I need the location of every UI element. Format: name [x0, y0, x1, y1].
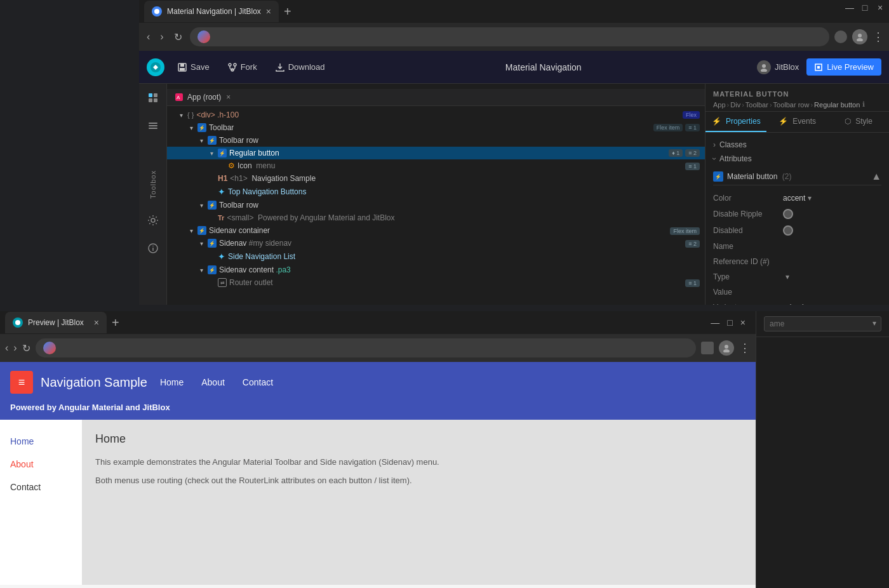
- bottom-close-btn[interactable]: ×: [740, 317, 745, 328]
- preview-nav-contact[interactable]: Contact: [237, 375, 278, 390]
- bottom-forward-btn[interactable]: ›: [13, 342, 17, 354]
- sidebar-icon-info[interactable]: [144, 239, 162, 257]
- tree-item-powered-text: <small> Powered by Angular Material and …: [227, 213, 394, 222]
- chevron-sidenav-content: ▾: [197, 266, 205, 274]
- attr-select-type[interactable]: ▾: [783, 272, 789, 281]
- sidenav-item-contact[interactable]: Contact: [0, 476, 82, 498]
- tree-item-sidenav-container[interactable]: ▾ ⚡ Sidenav container Flex item: [167, 224, 705, 237]
- events-icon: ⚡: [779, 117, 788, 126]
- tree-panel: A App (root) × ▾ { } <div> .h-100 Flex ▾…: [167, 84, 705, 305]
- attr-label-ref-id: Reference ID (#): [713, 257, 783, 266]
- panel-tabs: ⚡ Properties ⚡ Events ⬡ Style: [705, 112, 889, 133]
- browser-menu-btn[interactable]: ⋮: [872, 30, 884, 44]
- bottom-back-btn[interactable]: ‹: [5, 342, 8, 354]
- sidenav-item-home[interactable]: Home: [0, 430, 82, 453]
- bottom-menu-dots[interactable]: ⋮: [739, 341, 751, 355]
- preview-nav-home[interactable]: Home: [155, 375, 189, 390]
- download-button[interactable]: Download: [270, 60, 330, 75]
- bottom-user-avatar[interactable]: [719, 340, 734, 356]
- tree-item-sidenav-content[interactable]: ▾ ⚡ Sidenav content .pa3: [167, 264, 705, 276]
- tree-item-label-regbtn: Regular button: [229, 149, 279, 157]
- tree-item-div[interactable]: ▾ { } <div> .h-100 Flex: [167, 109, 705, 121]
- tree-item-powered-by[interactable]: ▾ Tr <small> Powered by Angular Material…: [167, 211, 705, 224]
- bottom-ext-icon[interactable]: [701, 342, 714, 354]
- bottom-reload-btn[interactable]: ↻: [22, 342, 30, 354]
- hamburger-button[interactable]: ≡: [10, 371, 33, 394]
- svg-point-22: [152, 246, 154, 247]
- user-label: JitBlox: [775, 62, 799, 72]
- user-avatar[interactable]: [852, 29, 867, 44]
- attr-select-variant[interactable]: raised ▾: [783, 303, 810, 305]
- forward-btn[interactable]: ›: [157, 29, 166, 45]
- tree-item-top-nav[interactable]: ▾ ✦ Top Navigation Buttons: [167, 185, 705, 199]
- svg-point-0: [154, 9, 159, 14]
- extension-icon-1[interactable]: [834, 30, 847, 43]
- tab-events[interactable]: ⚡ Events: [766, 112, 827, 132]
- bottom-maximize-btn[interactable]: □: [727, 317, 732, 328]
- jitblox-user[interactable]: JitBlox: [757, 60, 799, 74]
- material-button-title: Material button (2): [727, 172, 867, 181]
- attr-select-color[interactable]: accent ▾: [783, 194, 812, 203]
- attr-row-disable-ripple: Disable Ripple: [713, 206, 881, 222]
- maximize-btn[interactable]: □: [861, 4, 869, 11]
- bottom-minimize-btn[interactable]: —: [711, 317, 719, 328]
- tree-badge-div: Flex: [683, 111, 700, 119]
- svg-point-26: [725, 345, 728, 349]
- tab-close-btn[interactable]: ×: [266, 6, 271, 17]
- classes-label: Classes: [719, 140, 747, 149]
- tree-item-toolbar[interactable]: ▾ ⚡ Toolbar Flex item ≡ 1: [167, 121, 705, 134]
- live-preview-label: Live Preview: [827, 62, 874, 72]
- classes-section-header[interactable]: › Classes: [705, 138, 889, 152]
- close-btn[interactable]: ×: [876, 4, 884, 11]
- tree-item-label-div: <div> .h-100: [196, 110, 239, 119]
- new-tab-btn[interactable]: +: [284, 4, 291, 19]
- attr-toggle-disable-ripple[interactable]: [783, 209, 793, 219]
- badge-regbtn-2: ≡ 2: [685, 149, 700, 157]
- tree-item-sidenav[interactable]: ▾ ⚡ Sidenav #my sidenav ≡ 2: [167, 237, 705, 250]
- svg-point-19: [151, 218, 155, 222]
- tab-properties[interactable]: ⚡ Properties: [705, 112, 766, 132]
- svg-rect-5: [180, 63, 184, 67]
- app-root-tab[interactable]: A App (root) ×: [167, 89, 705, 106]
- sidebar-icon-layers[interactable]: [144, 117, 162, 135]
- tree-item-icon-menu[interactable]: ▾ ⚙ Icon menu ≡ 1: [167, 159, 705, 172]
- preview-nav-about[interactable]: About: [196, 375, 230, 390]
- bottom-active-tab[interactable]: Preview | JitBlox ×: [5, 312, 107, 333]
- rip-search-input[interactable]: [764, 316, 881, 331]
- bc-toolbar: Toolbar: [745, 101, 768, 109]
- attr-toggle-disabled[interactable]: [783, 225, 793, 236]
- attributes-chevron: ›: [710, 157, 719, 160]
- sidebar-icon-settings[interactable]: [144, 211, 162, 229]
- tree-item-toolbar-row-2[interactable]: ▾ ⚡ Toolbar row: [167, 199, 705, 211]
- attr-label-variant: Variant: [713, 303, 783, 305]
- back-btn[interactable]: ‹: [144, 29, 152, 45]
- bottom-address-input[interactable]: [36, 338, 696, 357]
- app-root-close[interactable]: ×: [226, 93, 231, 102]
- mb-collapse-icon[interactable]: ▲: [871, 171, 881, 182]
- tree-item-label-icon: Icon menu: [237, 161, 275, 170]
- sidebar-icon-components[interactable]: [144, 89, 162, 107]
- fork-button[interactable]: Fork: [222, 60, 262, 75]
- tree-item-side-nav-list[interactable]: ▾ ✦ Side Navigation List: [167, 250, 705, 264]
- tree-item-label-topnav: Top Navigation Buttons: [228, 187, 306, 196]
- active-tab[interactable]: Material Navigation | JitBlox ×: [144, 1, 279, 22]
- save-button[interactable]: Save: [172, 60, 215, 75]
- attr-label-value: Value: [713, 288, 783, 297]
- tree-item-router-outlet[interactable]: ▾ ⇄ Router outlet ≡ 1: [167, 276, 705, 289]
- address-input[interactable]: [190, 27, 829, 46]
- bottom-new-tab-btn[interactable]: +: [112, 316, 119, 330]
- minimize-btn[interactable]: —: [846, 4, 853, 11]
- reload-btn[interactable]: ↻: [171, 29, 185, 46]
- material-button-icon: ⚡: [713, 171, 723, 182]
- bottom-tab-close[interactable]: ×: [94, 317, 99, 328]
- tree-item-toolbar-row-1[interactable]: ▾ ⚡ Toolbar row: [167, 134, 705, 147]
- sidenav-contact-label: Contact: [10, 482, 41, 492]
- tree-item-regular-button[interactable]: ▾ ⚡ Regular button ♦ 1 ≡ 2: [167, 147, 705, 159]
- tree-item-h1[interactable]: ▾ H1 <h1> Navigation Sample: [167, 172, 705, 185]
- sidenav-content-icon: ⚡: [208, 265, 217, 274]
- sidenav-item-about[interactable]: About: [0, 453, 82, 476]
- tab-style[interactable]: ⬡ Style: [828, 112, 889, 132]
- editor-area: Toolbox A App (root) × ▾ { } <div> .h-10…: [139, 84, 889, 305]
- attributes-section-header[interactable]: › Attributes: [705, 152, 889, 166]
- live-preview-button[interactable]: Live Preview: [806, 58, 881, 76]
